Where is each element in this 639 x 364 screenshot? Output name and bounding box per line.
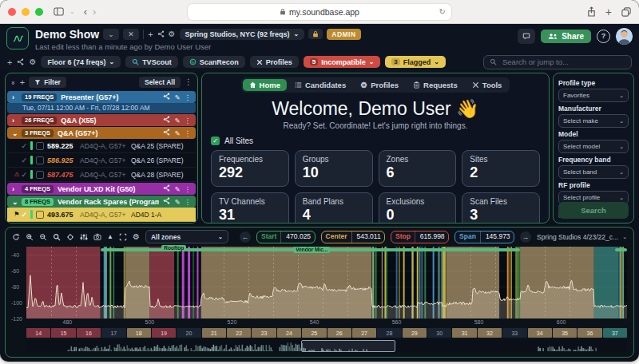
tv-channel-31[interactable]: 31 [452, 328, 476, 338]
browser-share-icon[interactable] [587, 6, 596, 17]
venue-selector[interactable]: Spring Studios, NYC (92 freqs) ⌄ [180, 29, 305, 40]
tv-channel-36[interactable]: 36 [577, 328, 601, 338]
group-header[interactable]: ⌄8 FREQSVendor Rack Spares (Programmed)✎… [7, 196, 196, 208]
tab-tools[interactable]: Tools [466, 79, 509, 91]
all-sites-toggle[interactable]: ✓ All Sites [211, 136, 549, 145]
frequency-row[interactable]: ✓493.200AD4Q-A, G57+AD4D 1-B [7, 222, 196, 224]
close-window-button[interactable] [8, 8, 16, 16]
zoom-window-button[interactable] [35, 8, 43, 16]
filter-button[interactable]: Filter [29, 77, 66, 88]
scan-file-selector[interactable]: Spring Studios 4/23/22_c... ⌄ [537, 233, 627, 241]
zone-selector[interactable]: All zones ⌄ [145, 230, 228, 243]
stat-card-exclusions[interactable]: Exclusions0 [379, 192, 457, 224]
tvscout-button[interactable]: TVScout [125, 56, 178, 68]
help-button[interactable]: ? [597, 30, 610, 43]
group-menu-icon[interactable]: ⋮ [185, 129, 192, 137]
span-marker[interactable]: Span 145.973 [454, 231, 514, 243]
stat-card-groups[interactable]: Groups10 [295, 150, 373, 187]
tv-channel-34[interactable]: 34 [528, 328, 552, 338]
browser-sidebar-icon[interactable] [54, 7, 64, 16]
tv-channel-25[interactable]: 25 [302, 328, 326, 338]
spectrum-minimap[interactable] [26, 340, 627, 352]
floor-selector[interactable]: Floor 6 (74 freqs) ⌄ [41, 56, 121, 68]
tv-channel-28[interactable]: 28 [377, 328, 401, 338]
group-menu-icon[interactable]: ⋮ [185, 93, 192, 101]
row-checkbox[interactable] [36, 211, 44, 219]
center-marker[interactable]: Center 543.011 [321, 231, 385, 243]
frequency-row[interactable]: ⚠✓587.475AD4Q-A, G57+Q&A 28 (SPARE) [7, 168, 196, 182]
close-show-button[interactable]: ✕ [123, 29, 139, 40]
chevron-down-icon[interactable]: ⌄ [69, 9, 75, 15]
row-checkbox[interactable] [36, 156, 44, 164]
pan-right-button[interactable]: → [520, 231, 531, 243]
row-checkbox[interactable] [36, 171, 44, 179]
tv-channel-35[interactable]: 35 [553, 328, 577, 338]
address-bar[interactable]: my.soundbase.app ↻ [188, 4, 451, 20]
group-share-icon[interactable] [163, 116, 170, 125]
add-icon[interactable]: + [148, 30, 153, 39]
tv-channel-14[interactable]: 14 [26, 328, 50, 338]
profile-search-button[interactable]: Search [558, 202, 629, 219]
lock-show-button[interactable] [308, 29, 323, 39]
share-nodes-icon[interactable] [17, 58, 24, 65]
tab-home[interactable]: Home [243, 79, 287, 91]
incompatible-filter[interactable]: 5 Incompatible ⌄ [304, 56, 381, 68]
group-edit-icon[interactable]: ✎ [174, 198, 180, 206]
tab-requests[interactable]: Requests [407, 79, 464, 91]
tv-channel-20[interactable]: 20 [177, 328, 200, 338]
tv-channel-29[interactable]: 29 [403, 328, 427, 338]
profiles-button[interactable]: Profiles [250, 56, 299, 68]
magnifier-icon[interactable] [53, 233, 61, 241]
tv-channel-17[interactable]: 17 [101, 328, 125, 338]
frequency-row[interactable]: ✓586.925AD4Q-A, G57+Q&A 26 (SPARE) [7, 153, 196, 168]
zoom-out-icon[interactable] [39, 233, 47, 241]
global-search[interactable] [483, 55, 632, 69]
tv-channel-18[interactable]: 18 [127, 328, 151, 338]
group-share-icon[interactable] [163, 184, 170, 193]
refresh-icon[interactable]: ↻ [439, 7, 446, 16]
minimize-window-button[interactable] [22, 8, 30, 16]
flagged-filter[interactable]: 3 Flagged ⌄ [385, 56, 446, 68]
pan-left-button[interactable]: ← [240, 231, 251, 243]
tv-channel-26[interactable]: 26 [327, 328, 351, 338]
group-header[interactable]: ›4 FREQSVendor ULXD Kit (G50)✎⋮ [7, 183, 196, 195]
tv-channel-16[interactable]: 16 [77, 328, 101, 338]
group-expand-chevron-icon[interactable]: ⌄ [12, 198, 18, 206]
zoom-in-icon[interactable] [26, 233, 34, 241]
group-edit-icon[interactable]: ✎ [174, 129, 180, 137]
stat-card-sites[interactable]: Sites2 [462, 150, 540, 187]
tv-channel-30[interactable]: 30 [427, 328, 451, 338]
filter-select-profile-type[interactable]: Favorites⌄ [558, 89, 629, 102]
browser-back-button[interactable]: ‹ [84, 6, 87, 17]
sidebar-menu-icon[interactable]: ⋮ [185, 78, 192, 86]
crosshair-icon[interactable] [66, 233, 74, 241]
start-marker[interactable]: Start 470.025 [256, 231, 316, 243]
tv-channel-15[interactable]: 15 [51, 328, 75, 338]
share-button[interactable]: Share [541, 30, 591, 43]
tv-channel-21[interactable]: 21 [202, 328, 226, 338]
browser-forward-button[interactable]: › [93, 6, 96, 17]
group-share-icon[interactable] [163, 197, 170, 206]
group-header[interactable]: ›19 FREQSPresenter (G57+)✎⋮ [7, 91, 196, 103]
soundbase-logo[interactable] [6, 27, 29, 49]
add-group-button[interactable]: + [20, 78, 25, 87]
tv-channel-27[interactable]: 27 [352, 328, 376, 338]
add-icon[interactable]: + [7, 57, 12, 67]
stat-card-band-plans[interactable]: Band Plans4 [295, 192, 373, 224]
settings-gear-icon[interactable]: ⚙ [133, 233, 140, 241]
group-expand-chevron-icon[interactable]: › [12, 185, 18, 193]
zone-chip[interactable]: Rooftop [161, 245, 186, 251]
stat-card-frequencies[interactable]: Frequencies292 [211, 150, 289, 187]
sliders-icon[interactable] [80, 233, 88, 241]
camera-icon[interactable] [93, 233, 101, 241]
user-avatar[interactable] [616, 28, 633, 45]
group-expand-chevron-icon[interactable]: › [12, 93, 18, 101]
fullscreen-icon[interactable] [119, 233, 127, 241]
share-nodes-icon[interactable] [157, 30, 165, 38]
chat-button[interactable] [518, 29, 535, 44]
group-header[interactable]: ›26 FREQSQ&A (X55)✎⋮ [7, 114, 196, 126]
tv-channel-32[interactable]: 32 [478, 328, 502, 338]
filter-select-manufacturer[interactable]: Select make⌄ [558, 114, 629, 128]
frequency-row[interactable]: ⚑✓493.675AD4Q-A, G57+AD4D 1-A [7, 208, 196, 222]
minimap-viewport-handle[interactable] [301, 340, 395, 352]
